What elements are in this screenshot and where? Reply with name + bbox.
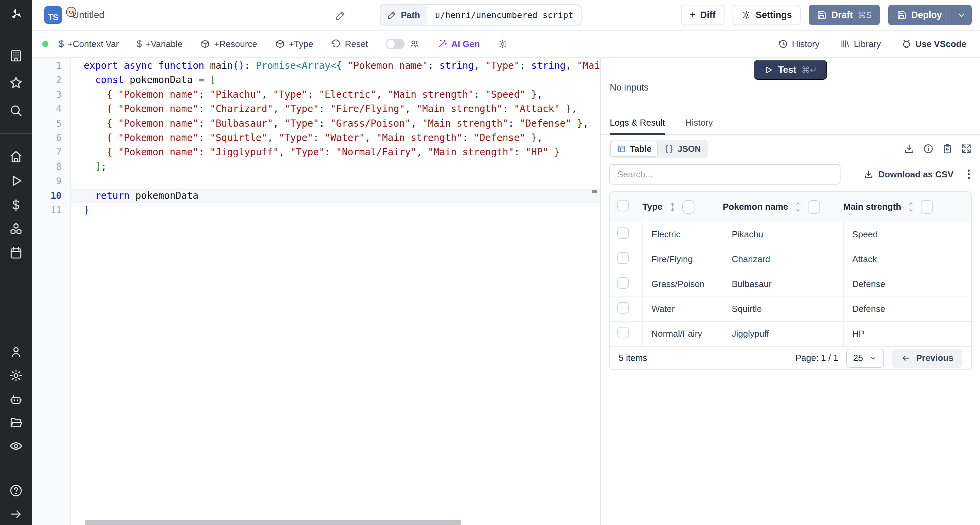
resources-boxes-icon[interactable] [0,221,32,237]
table-view-toggle[interactable]: Table [611,141,658,156]
code-line[interactable]: { "Pokemon name": "Jigglypuff", "Type": … [71,145,600,160]
variables-dollar-icon[interactable] [0,197,32,214]
column-header-main-strength[interactable]: Main strength [843,201,901,212]
type-label: +Type [289,39,313,49]
draft-button[interactable]: Draft ⌘S [809,5,880,25]
code-line[interactable]: { "Pokemon name": "Pikachu", "Type": "El… [71,88,600,102]
history-label: History [792,39,819,49]
code-line[interactable]: export async function main(): Promise<Ar… [71,59,600,73]
edit-summary-pencil-icon[interactable] [335,10,347,21]
download-csv-button[interactable]: Download as CSV [864,169,953,180]
add-resource-button[interactable]: +Resource [200,39,257,49]
code-line[interactable]: { "Pokemon name": "Bulbasaur", "Type": "… [71,116,600,131]
diff-label: Diff [700,10,716,21]
tab-history[interactable]: History [685,112,713,135]
settings-button[interactable]: Settings [733,5,801,25]
table-cell: Charizard [723,247,843,272]
table-cell: Speed [843,222,971,247]
table-row: ElectricPikachuSpeed [610,222,971,247]
deploy-options-caret[interactable] [951,5,972,25]
diff-button[interactable]: ± Diff [681,5,724,25]
library-button[interactable]: Library [840,39,881,49]
history-clock-icon [778,39,788,49]
test-button[interactable]: Test ⌘↵ [754,60,827,80]
fullscreen-expand-icon[interactable] [961,143,972,154]
download-icon [864,169,873,179]
column-header-type[interactable]: Type [643,201,662,212]
code-area[interactable]: export async function main(): Promise<Ar… [71,58,600,525]
row-checkbox[interactable] [617,302,629,314]
folders-open-icon[interactable] [0,414,32,431]
reset-button[interactable]: Reset [331,39,368,49]
column-filter-toggle[interactable] [682,200,695,214]
sort-icon[interactable] [907,201,915,212]
overview-ruler-mark [592,190,597,193]
users-icon [409,39,420,49]
download-result-icon[interactable] [904,143,915,154]
code-line[interactable]: { "Pokemon name": "Charizard", "Type": "… [71,102,600,116]
row-checkbox[interactable] [617,277,629,289]
ai-gen-button[interactable]: AI Gen [437,39,480,49]
editor-gutter: 1234567891011 [32,58,71,525]
page-size-value: 25 [853,353,863,363]
users-person-icon[interactable] [0,344,32,360]
add-type-button[interactable]: +Type [275,39,313,49]
row-checkbox[interactable] [617,227,629,239]
code-line[interactable]: { "Pokemon name": "Squirtle", "Type": "W… [71,131,600,145]
path-value[interactable]: u/henri/unencumbered_script [427,5,581,25]
previous-page-button[interactable]: Previous [892,349,962,368]
select-all-checkbox[interactable] [617,200,629,211]
help-question-icon[interactable] [0,482,32,499]
expand-sidebar-arrow-icon[interactable] [0,506,32,522]
home-icon[interactable] [0,148,32,165]
use-vscode-button[interactable]: Use VScode [901,39,966,49]
result-search-input[interactable] [609,164,840,185]
audit-eye-icon[interactable] [0,438,32,454]
code-line[interactable] [71,174,600,188]
favorites-star-icon[interactable] [0,75,32,91]
resource-label: +Resource [214,39,257,49]
settings-gear-icon[interactable] [0,367,32,384]
horizontal-scrollbar[interactable] [85,520,461,525]
search-icon[interactable] [0,102,32,119]
view-toggle: Table {} JSON [609,140,708,158]
editor-settings-button[interactable] [498,39,508,49]
code-line[interactable]: return pokemonData [71,188,600,203]
add-variable-button[interactable]: $ +Variable [137,38,182,49]
row-checkbox[interactable] [617,252,629,264]
workspace-icon[interactable] [0,48,32,64]
windmill-logo-icon[interactable] [0,6,32,22]
multiplayer-toggle[interactable] [385,39,404,49]
page-size-select[interactable]: 25 [846,349,884,368]
table-cell: Electric [643,222,723,247]
sort-icon[interactable] [668,201,677,212]
copy-to-clipboard-icon[interactable] [942,143,953,154]
code-editor[interactable]: 1234567891011 export async function main… [32,58,600,525]
table-row: Fire/FlyingCharizardAttack [610,247,971,272]
line-number: 2 [32,73,70,87]
code-line[interactable]: const pokemonData = [ [71,73,600,87]
column-filter-toggle[interactable] [921,200,933,214]
json-view-toggle[interactable]: {} JSON [658,141,707,156]
run-result-panel: Test ⌘↵ No inputs Logs & Result History … [600,58,980,525]
code-line[interactable]: } [71,203,600,217]
schedules-calendar-icon[interactable] [0,245,32,261]
arrow-left-icon [901,353,911,363]
collaborators-indicator[interactable] [409,39,420,49]
tab-logs-result[interactable]: Logs & Result [610,112,665,135]
path-field[interactable]: Path u/henri/unencumbered_script [380,5,582,26]
workers-robot-icon[interactable] [0,391,32,408]
sort-icon[interactable] [794,201,802,212]
row-checkbox[interactable] [617,327,629,338]
table-cell: Defense [843,297,971,321]
info-icon[interactable] [923,143,934,154]
code-line[interactable]: ]; [71,160,600,174]
deploy-button[interactable]: Deploy [888,5,951,25]
add-context-var-button[interactable]: $ +Context Var [59,38,119,49]
table-cell: Defense [843,272,971,297]
runs-play-icon[interactable] [0,172,32,189]
history-button[interactable]: History [778,39,819,49]
more-options-kebab-icon[interactable] [966,168,972,181]
column-filter-toggle[interactable] [808,200,820,214]
column-header-pokemon-name[interactable]: Pokemon name [723,201,788,212]
